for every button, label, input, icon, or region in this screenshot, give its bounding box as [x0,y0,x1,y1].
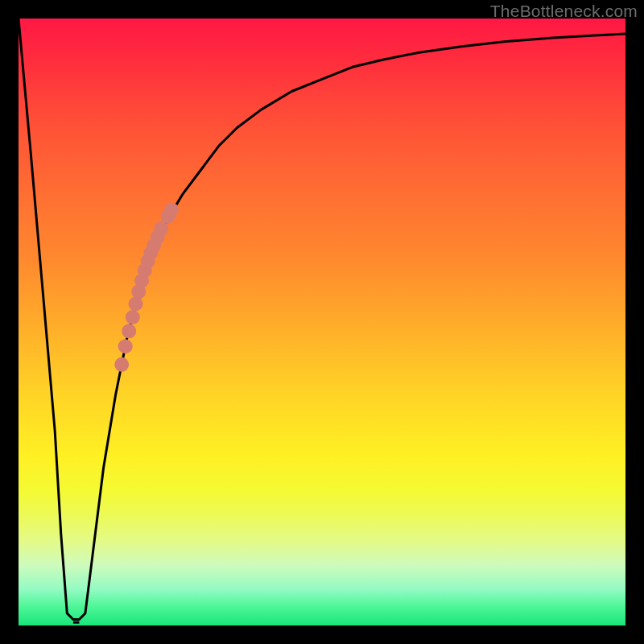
plot-area [19,19,625,625]
chart-frame: TheBottleneck.com [0,0,644,644]
chart-svg [19,19,625,625]
highlight-marker [122,324,136,338]
highlight-marker [164,203,179,217]
highlight-marker [126,310,140,324]
watermark-text: TheBottleneck.com [490,2,638,21]
highlight-marker [129,296,143,311]
highlight-marker [114,357,129,372]
bottleneck-curve [19,19,625,620]
highlight-marker [154,221,168,236]
highlight-markers [114,203,179,372]
highlight-marker [118,339,133,353]
